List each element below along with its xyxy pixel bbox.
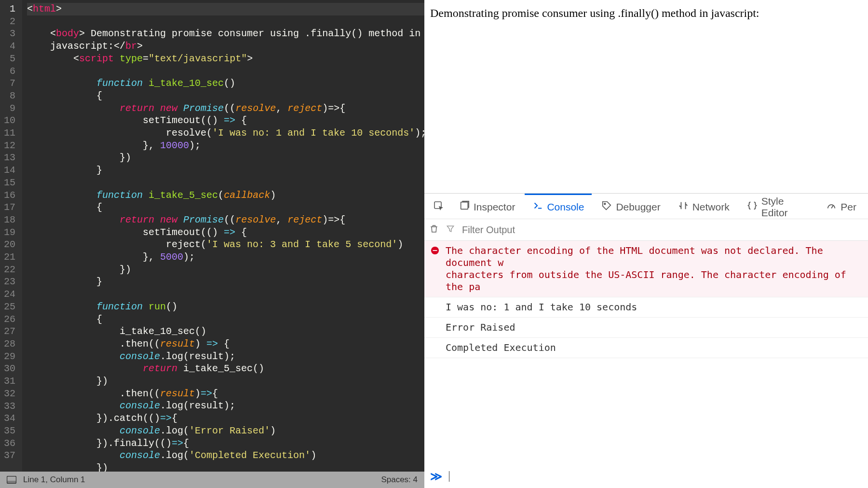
line-number[interactable]: 31 [4, 375, 15, 388]
code-line[interactable]: <html> [27, 3, 424, 15]
line-number[interactable]: 29 [4, 350, 15, 363]
code-line[interactable]: console.log(result); [27, 400, 424, 412]
line-number[interactable]: 28 [4, 338, 15, 350]
code-line[interactable]: { [27, 201, 424, 214]
line-number[interactable]: 18 [4, 214, 15, 226]
code-line[interactable]: setTimeout(() => { [27, 114, 424, 127]
line-number[interactable]: 13 [4, 152, 15, 164]
console-message-error[interactable]: The character encoding of the HTML docum… [424, 241, 868, 297]
code-line[interactable]: } [27, 164, 424, 177]
line-number[interactable]: 12 [4, 139, 15, 152]
code-line[interactable]: }) [27, 152, 424, 164]
line-number[interactable]: 17 [4, 201, 15, 214]
code-line[interactable]: function run() [27, 301, 424, 313]
code-line[interactable]: javascript:</br> [27, 40, 424, 53]
code-line[interactable]: resolve('I was no: 1 and I take 10 secon… [27, 127, 424, 139]
line-number[interactable]: 19 [4, 226, 15, 239]
tab-style-editor[interactable]: Style Editor [739, 194, 817, 219]
message-text: Error Raised [430, 321, 862, 334]
line-number[interactable]: 6 [4, 65, 15, 78]
line-number[interactable]: 34 [4, 412, 15, 425]
code-area[interactable]: 1234567891011121314151617181920212223242… [0, 0, 424, 472]
code-line[interactable]: return i_take_5_sec() [27, 363, 424, 375]
code-line[interactable]: console.log(result); [27, 350, 424, 363]
tab-performance[interactable]: Per [818, 194, 864, 219]
line-number[interactable]: 21 [4, 251, 15, 264]
line-number[interactable]: 27 [4, 325, 15, 338]
line-number[interactable]: 20 [4, 238, 15, 251]
line-number[interactable]: 32 [4, 388, 15, 400]
tab-label: Per [841, 201, 856, 213]
code-line[interactable] [27, 15, 424, 28]
code-line[interactable] [27, 177, 424, 189]
line-number[interactable]: 37 [4, 449, 15, 462]
code-line[interactable]: console.log('Completed Execution') [27, 449, 424, 462]
panel-icon[interactable] [7, 476, 16, 484]
code-line[interactable]: }) [27, 375, 424, 388]
line-number[interactable]: 33 [4, 400, 15, 413]
code-line[interactable]: reject('I was no: 3 and I take 5 second'… [27, 238, 424, 251]
line-number[interactable]: 1 [4, 3, 15, 15]
line-number[interactable]: 36 [4, 437, 15, 450]
line-number[interactable]: 3 [4, 28, 15, 40]
tab-network[interactable]: Network [670, 194, 737, 219]
code-line[interactable]: { [27, 313, 424, 326]
line-number-gutter[interactable]: 1234567891011121314151617181920212223242… [0, 0, 22, 472]
line-number[interactable]: 26 [4, 313, 15, 326]
line-number[interactable]: 23 [4, 276, 15, 288]
filter-input[interactable] [462, 224, 863, 236]
line-number[interactable]: 5 [4, 53, 15, 65]
code-line[interactable]: .then((result) => { [27, 338, 424, 350]
line-number[interactable]: 2 [4, 15, 15, 28]
line-number[interactable]: 8 [4, 90, 15, 102]
tab-inspector[interactable]: Inspector [451, 194, 523, 219]
code-line[interactable]: } [27, 276, 424, 288]
indent-setting[interactable]: Spaces: 4 [381, 475, 418, 485]
code-line[interactable]: }) [27, 264, 424, 276]
code-line[interactable]: }).catch(()=>{ [27, 412, 424, 425]
line-number[interactable]: 10 [4, 114, 15, 127]
console-output[interactable]: The character encoding of the HTML docum… [424, 241, 868, 465]
console-message-log[interactable]: I was no: 1 and I take 10 seconds [424, 297, 868, 318]
code-line[interactable]: <script type="text/javascript"> [27, 53, 424, 65]
line-number[interactable]: 30 [4, 363, 15, 375]
console-message-log[interactable]: Completed Execution [424, 338, 868, 358]
code-line[interactable]: console.log('Error Raised') [27, 425, 424, 437]
console-prompt[interactable]: ≫ [424, 465, 868, 488]
tab-console[interactable]: Console [525, 194, 592, 219]
tab-label: Inspector [474, 201, 515, 213]
code-line[interactable]: function i_take_10_sec() [27, 77, 424, 90]
line-number[interactable]: 16 [4, 189, 15, 202]
code-line[interactable]: setTimeout(() => { [27, 226, 424, 239]
line-number[interactable]: 15 [4, 177, 15, 189]
code-line[interactable]: { [27, 90, 424, 102]
line-number[interactable]: 35 [4, 425, 15, 437]
line-number[interactable]: 9 [4, 102, 15, 115]
code-line[interactable]: }, 5000); [27, 251, 424, 264]
line-number[interactable]: 25 [4, 301, 15, 313]
code-line[interactable]: }) [27, 462, 424, 472]
line-number[interactable]: 24 [4, 288, 15, 301]
code-line[interactable]: }, 10000); [27, 139, 424, 152]
line-number[interactable]: 4 [4, 40, 15, 53]
code-line[interactable] [27, 65, 424, 78]
code-line[interactable]: return new Promise((resolve, reject)=>{ [27, 102, 424, 115]
line-number[interactable]: 11 [4, 127, 15, 139]
rendered-page: Demonstrating promise consumer using .fi… [424, 0, 868, 193]
clear-console-icon[interactable] [429, 224, 439, 236]
element-picker-icon[interactable] [428, 200, 449, 212]
line-number[interactable]: 7 [4, 77, 15, 90]
tab-debugger[interactable]: Debugger [594, 194, 668, 219]
code-line[interactable]: function i_take_5_sec(callback) [27, 189, 424, 202]
prompt-cursor [449, 471, 449, 482]
code-line[interactable] [27, 288, 424, 301]
code-line[interactable]: }).finally(()=>{ [27, 437, 424, 450]
line-number[interactable]: 14 [4, 164, 15, 177]
line-number[interactable]: 22 [4, 264, 15, 276]
code-line[interactable]: return new Promise((resolve, reject)=>{ [27, 214, 424, 226]
code-line[interactable]: .then((result)=>{ [27, 388, 424, 400]
code-content[interactable]: <html> <body> Demonstrating promise cons… [22, 0, 424, 472]
code-line[interactable]: <body> Demonstrating promise consumer us… [27, 28, 424, 40]
console-message-log[interactable]: Error Raised [424, 318, 868, 338]
code-line[interactable]: i_take_10_sec() [27, 325, 424, 338]
